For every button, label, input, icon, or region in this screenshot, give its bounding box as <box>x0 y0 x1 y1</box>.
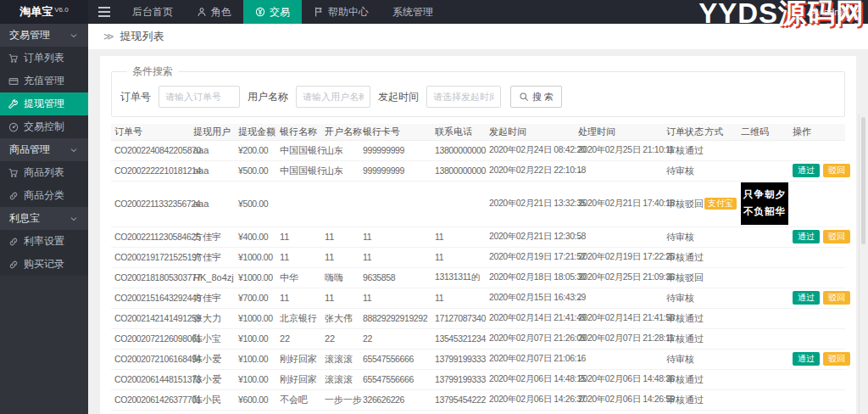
table-row: CO2002061426377701陈小民¥600.00不会吧一步一步32662… <box>111 389 845 410</box>
page-title: 提现列表 <box>120 29 164 44</box>
reject-button[interactable]: 驳回 <box>823 164 850 177</box>
sidebar-item-10[interactable]: 购买记录 <box>0 253 88 276</box>
cell-银行名称: 中国国银行 <box>276 140 321 160</box>
cell-银行名称: 中华 <box>276 267 321 288</box>
sidebar-item-2[interactable]: 充值管理 <box>0 70 88 92</box>
cell-订单状态: 待审核 <box>663 227 701 247</box>
nav-item-4[interactable]: 系统管理 <box>381 0 445 24</box>
approve-button[interactable]: 通过 <box>793 291 820 305</box>
cell-提现用户: 方佳宇 <box>190 288 235 308</box>
cell-发起时间: 2020年02月21日 12:30:58 <box>486 227 575 247</box>
cell-银行卡号: 999999999 <box>359 160 431 181</box>
cell-method <box>701 227 737 247</box>
nav-item-2[interactable]: 交易 <box>243 0 302 24</box>
cell-qrcode <box>737 288 789 308</box>
nav-item-3[interactable]: 帮助中心 <box>302 0 381 24</box>
cell-提现用户: 方佳宇 <box>190 227 235 247</box>
cell-提现金额: ¥100.00 <box>235 349 276 369</box>
cell-提现用户: 陈小爱 <box>190 369 235 389</box>
nav-item-1[interactable]: 角色 <box>185 0 243 24</box>
user-name-label: 用户名称 <box>248 90 288 104</box>
cell-开户名称: 22 <box>321 328 359 349</box>
cell-method <box>701 247 737 267</box>
scrollbar-thumb[interactable] <box>861 117 865 244</box>
cell-提现金额: ¥1000.00 <box>235 247 276 267</box>
sidebar-item-7[interactable]: 商品分类 <box>0 184 88 207</box>
cell-银行卡号: 65547556666 <box>359 369 431 389</box>
cell-qrcode <box>737 140 789 160</box>
col-header-3: 银行名称 <box>276 124 321 140</box>
cell-开户名称: 滚滚滚 <box>321 349 359 369</box>
start-time-input[interactable] <box>426 86 501 108</box>
sidebar-item-6[interactable]: 商品列表 <box>0 161 88 184</box>
cell-联系电话 <box>431 181 486 227</box>
cell-联系电话: 11 <box>431 227 486 247</box>
sidebar-item-1[interactable]: 订单列表 <box>0 47 88 70</box>
cell-发起时间: 2020年02月06日 14:16:26 <box>486 410 575 414</box>
col-header-2: 提现金额 <box>235 124 276 140</box>
cell-订单号: CO2002061416269574 <box>111 410 190 414</box>
sidebar-item-4[interactable]: 交易控制 <box>0 115 88 138</box>
cell-method <box>701 328 737 349</box>
cell-method <box>701 140 737 160</box>
order-no-input[interactable] <box>159 86 240 108</box>
cell-qrcode <box>737 410 789 414</box>
qr-code-image: 只争朝夕不负韶华 <box>741 182 788 225</box>
col-header-4: 开户名称 <box>321 124 359 140</box>
cell-提现用户: aaa <box>190 181 235 227</box>
cell-qrcode <box>737 349 789 369</box>
user-name-input[interactable] <box>296 86 370 108</box>
reject-button[interactable]: 驳回 <box>823 230 850 243</box>
cell-处理时间: 2020年02月25日 21:10:11 <box>575 140 663 160</box>
cell-开户名称: 11 <box>321 227 359 247</box>
col-header-1: 提现用户 <box>190 124 235 140</box>
cart-icon <box>8 53 19 64</box>
cell-提现金额: ¥400.00 <box>235 227 276 247</box>
cell-qrcode <box>737 267 789 288</box>
sidebar-group-0[interactable]: 交易管理 <box>0 24 88 47</box>
table-row: CO2002061448151373陈小爱¥100.00刚好回家滚滚滚65547… <box>111 369 845 389</box>
col-header-11: 二维码 <box>737 124 789 140</box>
approve-button[interactable]: 通过 <box>793 164 820 177</box>
reject-button[interactable]: 驳回 <box>823 291 850 305</box>
table-row: CO2002061416269574陈晓晨¥500.00中国银行会不会62170… <box>111 410 845 414</box>
col-header-0: 订单号 <box>111 124 190 140</box>
sidebar-group-5[interactable]: 商品管理 <box>0 138 88 161</box>
cell-qrcode <box>737 227 789 247</box>
link-icon <box>8 237 19 247</box>
withdraw-table: 订单号提现用户提现金额银行名称开户名称银行卡号联系电话发起时间处理时间订单状态方… <box>111 124 845 414</box>
cell-method <box>701 389 737 410</box>
cell-actions <box>789 140 845 160</box>
cell-订单状态: 审核驳回 <box>663 181 701 227</box>
cell-订单号: CO2002211230584625 <box>111 227 190 247</box>
reject-button[interactable]: 驳回 <box>823 352 850 366</box>
col-header-9: 订单状态 <box>663 124 701 140</box>
cell-联系电话: 13800000000 <box>431 140 486 160</box>
search-button[interactable]: 搜 索 <box>510 86 562 108</box>
cell-提现用户: 陈小爱 <box>190 349 235 369</box>
cell-method <box>701 160 737 181</box>
cell-银行卡号 <box>359 181 431 227</box>
cell-提现用户: aaa <box>190 140 235 160</box>
cell-处理时间: 2020年02月06日 14:17:00 <box>575 410 663 414</box>
menu-toggle-icon[interactable] <box>88 0 120 24</box>
cell-发起时间: 2020年02月15日 16:43:29 <box>486 288 575 308</box>
table-row: CO2002211332356724aaa¥500.002020年02月21日 … <box>111 181 845 227</box>
sidebar-item-3[interactable]: 提现管理 <box>0 92 88 115</box>
cell-提现金额: ¥100.00 <box>235 369 276 389</box>
approve-button[interactable]: 通过 <box>793 230 820 243</box>
cell-银行卡号: 22 <box>359 328 431 349</box>
user-menu[interactable]: admin <box>810 0 863 24</box>
cell-订单状态: 待审核 <box>663 288 701 308</box>
cell-银行名称 <box>276 181 321 227</box>
cell-开户名称: 山东 <box>321 140 359 160</box>
cell-qrcode <box>737 308 789 328</box>
nav-item-0[interactable]: 后台首页 <box>120 0 185 24</box>
sidebar-item-9[interactable]: 利率设置 <box>0 230 88 253</box>
approve-button[interactable]: 通过 <box>793 352 820 366</box>
cell-银行名称: 中国国银行 <box>276 160 321 181</box>
cell-订单号: CO2002222210181214 <box>111 160 190 181</box>
cell-actions <box>789 328 845 349</box>
sidebar-group-8[interactable]: 利息宝 <box>0 207 88 230</box>
cell-联系电话: 11 <box>431 288 486 308</box>
